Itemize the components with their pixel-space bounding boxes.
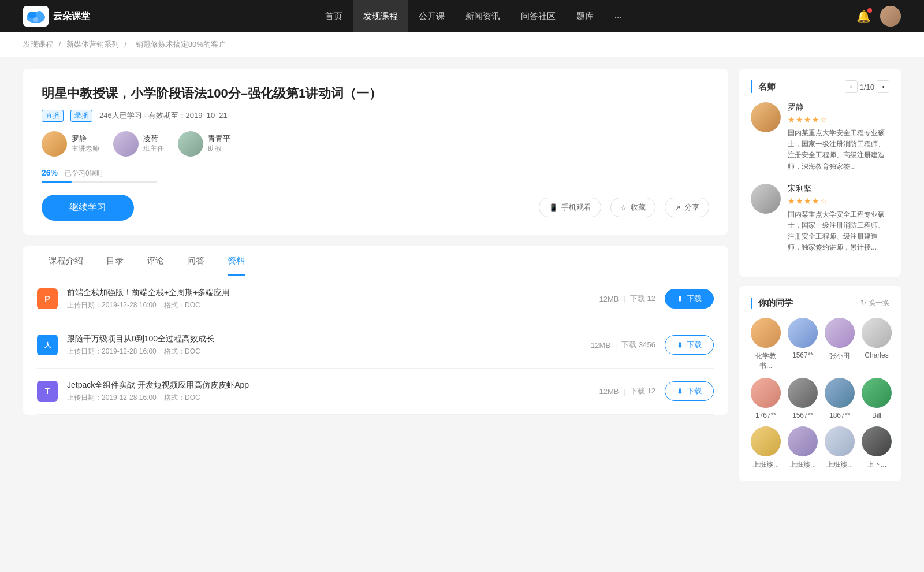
instructor-avatar-1 — [113, 131, 139, 157]
resource-item-1: 人 跟随千万级项目从0到100全过程高效成长 上传日期：2019-12-28 1… — [37, 322, 714, 369]
classmate-avatar-1 — [788, 318, 818, 348]
resource-stats-1: 12MB | 下载 3456 — [591, 340, 655, 350]
resource-icon-0: P — [37, 288, 58, 309]
resource-icon-2: T — [37, 381, 58, 402]
course-title: 明星中教授课，小学阶段语法100分–强化级第1讲动词（一） — [42, 85, 709, 103]
resource-meta-0: 上传日期：2019-12-28 16:00 格式：DOC — [67, 300, 590, 310]
teacher-name-1: 宋利坚 — [788, 184, 889, 194]
teacher-item-1: 宋利坚 ★★★★☆ 国内某重点大学安全工程专业硕士，国家一级注册消防工程师、注册… — [751, 184, 889, 254]
mobile-view-button[interactable]: 📱 手机观看 — [539, 198, 601, 217]
teacher-avatar-0 — [751, 102, 781, 132]
classmate-avatar-4 — [751, 378, 781, 408]
tab-catalog[interactable]: 目录 — [95, 246, 135, 276]
tab-qa[interactable]: 问答 — [176, 246, 216, 276]
instructor-0: 罗静 主讲老师 — [42, 131, 99, 157]
classmate-avatar-5 — [788, 378, 818, 408]
classmate-item-0[interactable]: 化学教书... — [751, 318, 781, 371]
next-teacher-button[interactable]: › — [877, 80, 889, 93]
teachers-card-title: 名师 ‹ 1/10 › — [751, 80, 889, 93]
classmate-avatar-6 — [825, 378, 855, 408]
instructors: 罗静 主讲老师 凌荷 班主任 — [42, 131, 709, 157]
classmate-name-3: Charles — [865, 351, 888, 359]
badge-record: 录播 — [70, 110, 92, 122]
sidebar: 名师 ‹ 1/10 › 罗静 ★★★★☆ 国内某重点大学安全工程专业硕士，国家一… — [739, 69, 901, 491]
continue-button[interactable]: 继续学习 — [42, 195, 134, 221]
teacher-avatar-1 — [751, 184, 781, 214]
course-meta-text: 246人已学习 · 有效期至：2019–10–21 — [99, 110, 228, 121]
instructor-role-0: 主讲老师 — [72, 144, 99, 154]
instructor-1: 凌荷 班主任 — [113, 131, 164, 157]
classmate-avatar-8 — [751, 426, 781, 456]
download-btn-1[interactable]: ⬇ 下载 — [665, 335, 714, 355]
download-icon-1: ⬇ — [677, 341, 683, 350]
classmate-item-7[interactable]: Bill — [862, 378, 892, 419]
instructor-role-2: 助教 — [208, 144, 230, 154]
course-card: 明星中教授课，小学阶段语法100分–强化级第1讲动词（一） 直播 录播 246人… — [23, 69, 728, 235]
breadcrumb-link-series[interactable]: 新媒体营销系列 — [66, 40, 119, 49]
download-btn-2[interactable]: ⬇ 下载 — [665, 381, 714, 401]
classmate-item-10[interactable]: 上班族... — [825, 426, 855, 470]
pagination-mini: ‹ 1/10 › — [845, 80, 889, 93]
classmate-item-8[interactable]: 上班族... — [751, 426, 781, 470]
refresh-button[interactable]: ↻ 换一换 — [860, 298, 889, 308]
teacher-info-0: 罗静 ★★★★☆ 国内某重点大学安全工程专业硕士，国家一级注册消防工程师、注册安… — [788, 102, 889, 172]
resource-meta-2: 上传日期：2019-12-28 16:00 格式：DOC — [67, 393, 590, 403]
main-layout: 明星中教授课，小学阶段语法100分–强化级第1讲动词（一） 直播 录播 246人… — [0, 57, 924, 502]
nav-item-home[interactable]: 首页 — [315, 0, 353, 32]
classmate-item-11[interactable]: 上下... — [862, 426, 892, 470]
classmates-refresh: ↻ 换一换 — [860, 298, 889, 308]
breadcrumb-sep-2: / — [124, 40, 128, 49]
instructor-name-2: 青青平 — [208, 133, 230, 144]
bell-icon[interactable]: 🔔 — [856, 9, 871, 23]
nav-item-more[interactable]: ··· — [604, 0, 632, 32]
logo-icon — [23, 6, 49, 27]
instructor-role-1: 班主任 — [143, 144, 164, 154]
breadcrumb-link-discover[interactable]: 发现课程 — [23, 40, 53, 49]
download-icon-0: ⬇ — [677, 295, 683, 303]
nav-item-public[interactable]: 公开课 — [408, 0, 455, 32]
classmates-card: 你的同学 ↻ 换一换 化学教书... — [739, 286, 901, 481]
resource-info-1: 跟随千万级项目从0到100全过程高效成长 上传日期：2019-12-28 16:… — [67, 334, 582, 356]
navbar: 云朵课堂 首页 发现课程 公开课 新闻资讯 问答社区 题库 ··· 🔔 — [0, 0, 924, 32]
classmate-item-2[interactable]: 张小田 — [825, 318, 855, 371]
logo-text: 云朵课堂 — [53, 10, 90, 23]
classmate-item-4[interactable]: 1767** — [751, 378, 781, 419]
resource-stats-0: 12MB | 下载 12 — [599, 294, 655, 304]
prev-teacher-button[interactable]: ‹ — [845, 80, 858, 93]
nav-item-quiz[interactable]: 题库 — [566, 0, 604, 32]
tab-resource[interactable]: 资料 — [216, 246, 256, 276]
instructor-name-1: 凌荷 — [143, 133, 164, 144]
collect-button[interactable]: ☆ 收藏 — [610, 198, 655, 217]
svg-point-3 — [33, 17, 38, 22]
nav-logo[interactable]: 云朵课堂 — [23, 6, 90, 27]
instructor-avatar-2 — [178, 131, 203, 157]
teacher-stars-0: ★★★★☆ — [788, 115, 889, 124]
star-icon: ☆ — [620, 203, 627, 212]
classmate-name-2: 张小田 — [829, 351, 850, 361]
classmate-item-6[interactable]: 1867** — [825, 378, 855, 419]
share-button[interactable]: ↗ 分享 — [665, 198, 709, 217]
nav-item-discover[interactable]: 发现课程 — [353, 0, 408, 32]
classmate-name-8: 上班族... — [752, 460, 779, 470]
breadcrumb: 发现课程 / 新媒体营销系列 / 销冠修炼术搞定80%的客户 — [0, 32, 924, 57]
action-btns: 📱 手机观看 ☆ 收藏 ↗ 分享 — [539, 198, 709, 217]
classmate-item-3[interactable]: Charles — [862, 318, 892, 371]
classmate-avatar-10 — [825, 426, 855, 456]
classmate-name-10: 上班族... — [826, 460, 853, 470]
instructor-info-1: 凌荷 班主任 — [143, 133, 164, 154]
nav-item-qa[interactable]: 问答社区 — [511, 0, 566, 32]
classmate-item-9[interactable]: 上班族... — [788, 426, 818, 470]
classmate-item-1[interactable]: 1567** — [788, 318, 818, 371]
tab-intro[interactable]: 课程介绍 — [37, 246, 95, 276]
course-meta: 直播 录播 246人已学习 · 有效期至：2019–10–21 — [42, 110, 709, 122]
resource-title-1: 跟随千万级项目从0到100全过程高效成长 — [67, 334, 582, 344]
nav-item-news[interactable]: 新闻资讯 — [455, 0, 511, 32]
classmate-name-9: 上班族... — [789, 460, 816, 470]
download-icon-2: ⬇ — [677, 387, 683, 396]
classmate-item-5[interactable]: 1567** — [788, 378, 818, 419]
user-avatar[interactable] — [880, 6, 901, 27]
progress-bar-fill — [42, 181, 72, 183]
teacher-desc-1: 国内某重点大学安全工程专业硕士，国家一级注册消防工程师、注册安全工程师、级注册建… — [788, 209, 889, 254]
tab-review[interactable]: 评论 — [135, 246, 176, 276]
download-btn-0[interactable]: ⬇ 下载 — [665, 289, 714, 309]
